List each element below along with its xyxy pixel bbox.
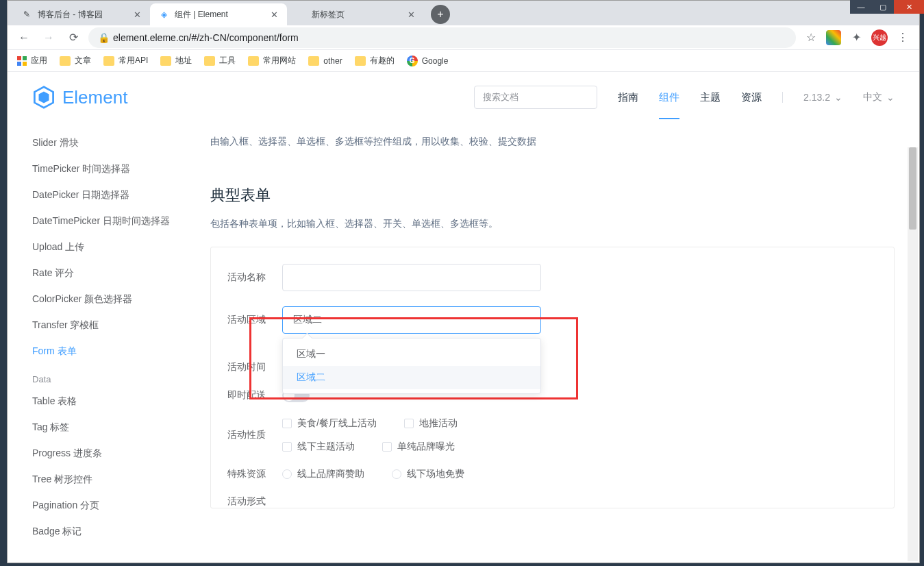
bookmark-folder[interactable]: 文章 xyxy=(60,55,91,66)
window-maximize[interactable]: ▢ xyxy=(872,0,894,14)
sidebar-item[interactable]: ColorPicker 颜色选择器 xyxy=(32,286,210,312)
sidebar-item-form[interactable]: Form 表单 xyxy=(32,339,210,365)
extension-icon-1[interactable] xyxy=(826,30,841,45)
sidebar-group-data: Data xyxy=(32,365,210,389)
section-desc: 包括各种表单项，比如输入框、选择器、开关、单选框、多选框等。 xyxy=(210,218,895,230)
sidebar-item[interactable]: Transfer 穿梭框 xyxy=(32,312,210,339)
sidebar-item[interactable]: Tree 树形控件 xyxy=(32,467,210,493)
bookmark-apps[interactable]: 应用 xyxy=(17,55,47,66)
search-input[interactable]: 搜索文档 xyxy=(474,86,597,109)
bookmark-google[interactable]: GGoogle xyxy=(407,56,449,66)
star-icon[interactable]: ☆ xyxy=(801,28,821,47)
close-icon[interactable]: ✕ xyxy=(132,10,142,19)
logo-text: Element xyxy=(62,87,127,108)
sidebar-item[interactable]: Slider 滑块 xyxy=(32,130,210,156)
folder-icon xyxy=(308,56,319,66)
window-close[interactable]: ✕ xyxy=(894,0,924,14)
select-value: 区域二 xyxy=(293,314,322,326)
element-logo[interactable]: Element xyxy=(32,86,127,109)
scrollbar[interactable] xyxy=(908,147,918,561)
address-bar[interactable]: 🔒 element.eleme.cn/#/zh-CN/component/for… xyxy=(88,27,796,48)
demo-box: 活动名称 活动区域 区域二 ⌄ 区域一 xyxy=(210,247,895,508)
sidebar-item[interactable]: DatePicker 日期选择器 xyxy=(32,182,210,208)
version-dropdown[interactable]: 2.13.2⌄ xyxy=(803,92,842,103)
bookmark-folder[interactable]: 地址 xyxy=(160,55,192,66)
checkbox-icon xyxy=(382,442,392,452)
main-content: 由输入框、选择器、单选框、多选框等控件组成，用以收集、校验、提交数据 典型表单 … xyxy=(210,123,895,563)
checkbox-nature-1[interactable]: 地推活动 xyxy=(404,417,458,430)
sidebar-item[interactable]: TimePicker 时间选择器 xyxy=(32,156,210,182)
checkbox-icon xyxy=(282,419,292,428)
new-tab-button[interactable]: + xyxy=(431,5,450,24)
url-text: element.eleme.cn/#/zh-CN/component/form xyxy=(113,32,299,43)
bookmark-folder[interactable]: 有趣的 xyxy=(355,55,395,66)
folder-icon xyxy=(204,56,215,66)
divider xyxy=(782,92,783,103)
chevron-up-icon: ⌄ xyxy=(523,315,530,325)
lang-dropdown[interactable]: 中文⌄ xyxy=(863,91,895,103)
nav-resource[interactable]: 资源 xyxy=(741,91,762,104)
back-button[interactable]: ← xyxy=(14,28,34,47)
nav-theme[interactable]: 主题 xyxy=(700,91,721,104)
scrollbar-thumb[interactable] xyxy=(909,147,916,230)
label-time: 活动时间 xyxy=(227,361,282,373)
section-title: 典型表单 xyxy=(210,185,895,206)
extensions-icon[interactable]: ✦ xyxy=(847,28,866,47)
nav-component[interactable]: 组件 xyxy=(659,91,679,119)
favicon-cnblogs: ✎ xyxy=(21,9,32,20)
label-form: 活动形式 xyxy=(227,495,282,508)
folder-icon xyxy=(248,56,259,66)
google-icon: G xyxy=(407,56,418,66)
tab-0[interactable]: ✎ 博客后台 - 博客园 ✕ xyxy=(13,3,150,25)
browser-toolbar: ← → ⟳ 🔒 element.eleme.cn/#/zh-CN/compone… xyxy=(8,25,919,50)
apps-icon xyxy=(17,56,27,66)
sidebar-item[interactable]: Badge 标记 xyxy=(32,519,210,545)
forward-button[interactable]: → xyxy=(39,28,58,47)
checkbox-icon xyxy=(282,442,292,452)
favicon-element: ◈ xyxy=(158,9,169,20)
menu-icon[interactable]: ⋮ xyxy=(893,28,912,47)
sidebar-item[interactable]: Upload 上传 xyxy=(32,234,210,260)
svg-marker-1 xyxy=(39,92,49,103)
region-option-2[interactable]: 区域二 xyxy=(283,366,540,389)
radio-icon xyxy=(392,469,401,479)
window-minimize[interactable]: — xyxy=(850,0,872,14)
radio-resource-0[interactable]: 线上品牌商赞助 xyxy=(282,468,364,480)
sidebar-item[interactable]: Table 表格 xyxy=(32,389,210,415)
sidebar-item[interactable]: Pagination 分页 xyxy=(32,493,210,519)
close-icon[interactable]: ✕ xyxy=(269,10,279,19)
tab-1[interactable]: ◈ 组件 | Element ✕ xyxy=(150,3,287,25)
lock-icon: 🔒 xyxy=(98,32,108,43)
sidebar-item[interactable]: Progress 进度条 xyxy=(32,441,210,467)
activity-name-input[interactable] xyxy=(282,264,541,291)
checkbox-nature-2[interactable]: 线下主题活动 xyxy=(282,441,355,453)
bookmark-folder[interactable]: 工具 xyxy=(204,55,236,66)
radio-resource-1[interactable]: 线下场地免费 xyxy=(392,468,464,480)
folder-icon xyxy=(60,56,71,66)
nav-guide[interactable]: 指南 xyxy=(618,91,638,104)
bookmark-folder[interactable]: 常用网站 xyxy=(248,55,296,66)
chevron-down-icon: ⌄ xyxy=(834,92,842,103)
checkbox-nature-0[interactable]: 美食/餐厅线上活动 xyxy=(282,417,377,430)
bookmark-folder[interactable]: 常用API xyxy=(103,55,148,66)
label-region: 活动区域 xyxy=(227,314,282,326)
checkbox-nature-3[interactable]: 单纯品牌曝光 xyxy=(382,441,455,453)
label-delivery: 即时配送 xyxy=(227,389,282,402)
close-icon[interactable]: ✕ xyxy=(406,10,416,19)
site-header: Element 搜索文档 指南 组件 主题 资源 2.13.2⌄ 中文⌄ xyxy=(8,72,919,123)
reload-button[interactable]: ⟳ xyxy=(64,28,83,47)
tab-2[interactable]: 新标签页 ✕ xyxy=(287,3,424,25)
region-select[interactable]: 区域二 ⌄ xyxy=(282,306,541,334)
profile-badge[interactable]: 兴越 xyxy=(871,29,888,46)
label-resource: 特殊资源 xyxy=(227,468,282,480)
sidebar-item[interactable]: DateTimePicker 日期时间选择器 xyxy=(32,208,210,234)
tab-title: 组件 | Element xyxy=(175,9,264,21)
region-option-1[interactable]: 区域一 xyxy=(283,343,540,366)
sidebar-item[interactable]: Rate 评分 xyxy=(32,260,210,286)
bookmark-folder[interactable]: other xyxy=(308,56,342,66)
region-dropdown: 区域一 区域二 xyxy=(282,338,541,394)
radio-icon xyxy=(282,469,292,479)
sidebar-item[interactable]: Tag 标签 xyxy=(32,415,210,441)
chevron-down-icon: ⌄ xyxy=(886,92,895,103)
tab-title: 博客后台 - 博客园 xyxy=(38,9,127,21)
